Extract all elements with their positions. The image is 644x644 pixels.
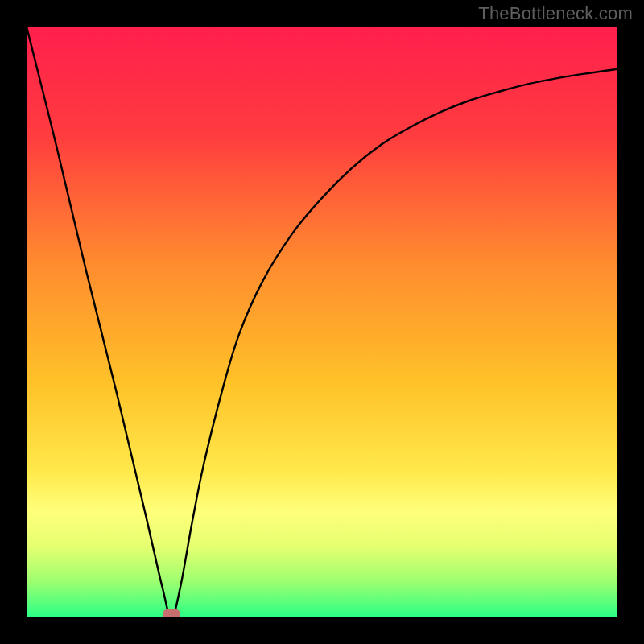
minimum-marker bbox=[163, 609, 180, 617]
chart-frame: TheBottleneck.com bbox=[0, 0, 644, 644]
watermark-text: TheBottleneck.com bbox=[478, 3, 633, 24]
plot-area bbox=[27, 27, 617, 617]
bottleneck-curve bbox=[27, 27, 617, 617]
